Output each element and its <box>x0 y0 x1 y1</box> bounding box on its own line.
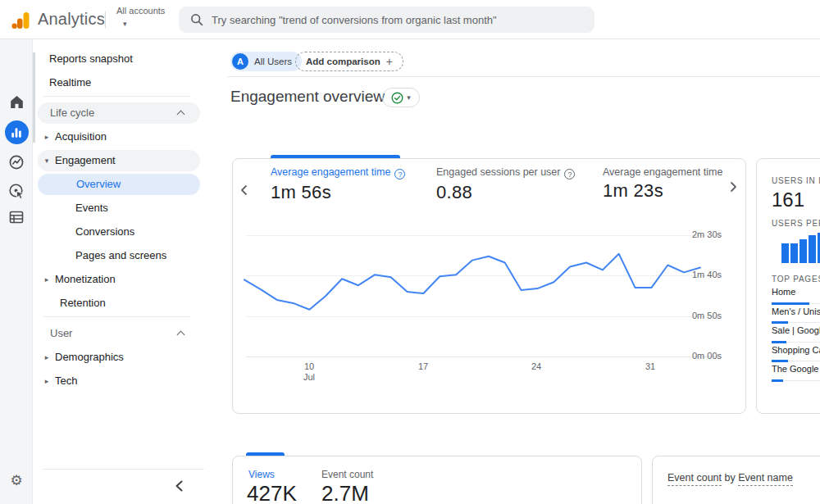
search-bar[interactable] <box>179 7 594 33</box>
divider <box>105 11 106 29</box>
users-per-minute-bar <box>790 243 798 263</box>
sidebar-section-user[interactable]: User <box>34 321 221 345</box>
checkmark-circle-icon <box>391 92 403 104</box>
x-axis-tick: 17 <box>405 361 441 372</box>
x-axis-tick: 31 <box>632 361 668 372</box>
views-value: 427K <box>247 481 297 504</box>
bar-chart-icon <box>11 127 22 138</box>
metric-value: 1m 23s <box>603 180 722 202</box>
chevron-up-icon[interactable] <box>177 330 185 338</box>
top-page-row[interactable]: The Google Merchandise Store - Log In <box>772 361 820 381</box>
sidebar-item-retention[interactable]: Retention <box>34 291 221 315</box>
users-per-minute-bar <box>781 243 789 263</box>
library-rows-icon <box>8 209 25 225</box>
help-icon[interactable]: ? <box>564 169 575 179</box>
metric-tab-engaged-sessions-per-user[interactable]: Engaged sessions per user? 0.88 <box>436 166 600 203</box>
metric-value: 0.88 <box>436 182 600 203</box>
page-title: Engagement overview <box>230 88 385 106</box>
x-axis-tick: 10 Jul <box>291 361 327 383</box>
product-name: Analytics <box>38 10 105 29</box>
tab-views[interactable]: Views <box>248 469 275 480</box>
divider <box>43 96 190 97</box>
users-per-minute-bar <box>809 235 816 263</box>
chevron-left-icon <box>173 479 186 493</box>
top-page-bar <box>772 379 783 382</box>
users-per-minute-label: USERS PER MINUTE <box>772 219 820 228</box>
divider <box>43 469 204 470</box>
home-nav-button[interactable] <box>0 94 33 110</box>
search-input[interactable] <box>212 14 572 26</box>
top-page-row[interactable]: Home <box>772 284 820 304</box>
metric-selector[interactable]: Event count <box>667 472 722 486</box>
tree-arrow-collapsed-icon[interactable]: ▸ <box>39 275 55 284</box>
account-switcher[interactable]: All accounts <box>116 6 165 16</box>
comparison-avatar: A <box>232 53 248 70</box>
top-page-row[interactable]: Shopping Cart <box>772 343 820 362</box>
nav-scrollbar[interactable] <box>33 52 35 143</box>
plus-icon: + <box>386 55 393 68</box>
tree-arrow-expanded-icon[interactable]: ▾ <box>39 157 55 165</box>
sidebar-item-acquisition[interactable]: ▸ Acquisition <box>34 125 221 148</box>
reports-nav-button-active[interactable] <box>0 120 33 144</box>
gear-icon: ⚙ <box>10 474 22 488</box>
advertising-nav-button[interactable] <box>0 183 33 200</box>
search-icon <box>190 13 203 26</box>
card-title: Event count by Event name <box>667 472 793 484</box>
caret-down-icon[interactable]: ▾ <box>123 20 127 28</box>
help-icon[interactable]: ? <box>394 169 405 179</box>
report-status-badge[interactable]: ▾ <box>382 88 420 107</box>
metrics-scroll-right-button[interactable] <box>727 180 740 193</box>
x-axis-tick: 24 <box>518 361 554 372</box>
users-per-minute-bar <box>800 239 807 263</box>
sidebar-item-tech[interactable]: ▸ Tech <box>34 369 221 393</box>
metrics-scroll-left-button[interactable] <box>238 184 251 197</box>
add-comparison-button[interactable]: Add comparison + <box>295 52 403 71</box>
library-nav-button[interactable] <box>0 209 33 225</box>
metric-tab-avg-engagement-time-per-session[interactable]: Average engagement time per session 1m 2… <box>603 166 722 202</box>
sidebar-item-engagement[interactable]: ▾ Engagement <box>34 148 221 172</box>
google-analytics-logo-icon[interactable] <box>11 11 30 30</box>
event-count-by-event-name-card: Event count by Event name <box>652 456 820 504</box>
top-pages-label: TOP PAGES AND SCREENS <box>772 275 820 284</box>
explore-nav-button[interactable] <box>0 154 33 170</box>
navigation-rail: ⚙ <box>0 39 33 504</box>
line-series <box>244 254 700 310</box>
dimension-selector[interactable]: Event name <box>738 472 793 486</box>
sidebar-item-monetization[interactable]: ▸ Monetization <box>34 267 221 291</box>
event-count-value: 2.7M <box>321 481 369 504</box>
sidebar-item-events[interactable]: Events <box>34 196 221 220</box>
active-views-tab-indicator <box>246 452 285 456</box>
metric-tab-avg-engagement-time[interactable]: Average engagement time? 1m 56s <box>271 166 430 203</box>
analytics-app: Analytics All accounts ▾ <box>0 0 820 504</box>
views-event-count-card: Views 427K Event count 2.7M <box>232 456 642 504</box>
top-page-row[interactable]: Sale | Google Merchandise Store <box>772 323 820 343</box>
top-pages-list: Home Men's / Unisex | Apparel | Google M… <box>772 284 820 381</box>
engagement-time-line-chart[interactable] <box>243 232 702 358</box>
sidebar-item-conversions[interactable]: Conversions <box>34 220 221 243</box>
sidebar-item-realtime[interactable]: Realtime <box>34 70 221 94</box>
reports-sidebar: Reports snapshot Realtime Life cycle ▸ A… <box>34 39 221 504</box>
users-per-minute-bar-chart <box>781 233 820 263</box>
comparison-chip-all-users[interactable]: A All Users <box>230 52 302 71</box>
sidebar-item-reports-snapshot[interactable]: Reports snapshot <box>34 47 221 70</box>
tree-arrow-collapsed-icon[interactable]: ▸ <box>39 133 55 141</box>
tab-event-count[interactable]: Event count <box>321 469 373 480</box>
top-page-row[interactable]: Men's / Unisex | Apparel | Google Mercha… <box>772 304 820 324</box>
chevron-up-icon[interactable] <box>177 110 185 118</box>
active-metric-tab-indicator <box>271 155 400 158</box>
app-header: Analytics All accounts ▾ <box>0 0 820 39</box>
explore-icon <box>8 154 25 170</box>
collapse-sidebar-button[interactable] <box>173 479 193 499</box>
sidebar-section-life-cycle[interactable]: Life cycle <box>34 101 221 125</box>
caret-down-icon[interactable]: ▾ <box>407 93 411 102</box>
advertising-target-icon <box>8 183 25 200</box>
tree-arrow-collapsed-icon[interactable]: ▸ <box>39 353 55 361</box>
divider <box>43 316 190 317</box>
users-in-last-30-min-value: 161 <box>772 188 804 211</box>
sidebar-item-demographics[interactable]: ▸ Demographics <box>34 345 221 369</box>
sidebar-item-overview[interactable]: Overview <box>34 172 221 196</box>
divider <box>227 76 820 77</box>
admin-settings-button[interactable]: ⚙ <box>0 474 33 488</box>
tree-arrow-collapsed-icon[interactable]: ▸ <box>39 377 55 385</box>
sidebar-item-pages-and-screens[interactable]: Pages and screens <box>34 243 221 267</box>
